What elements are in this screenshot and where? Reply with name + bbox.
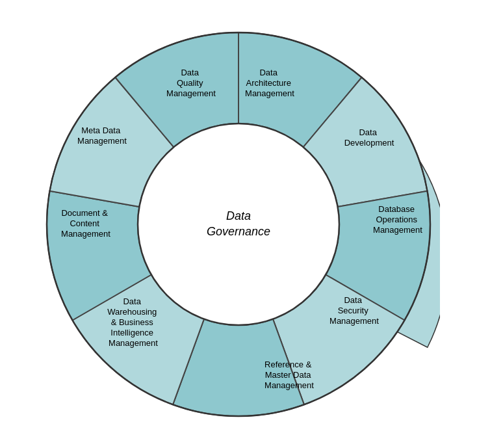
governance-wheel-diagram: .segment-text { font-family: Arial, sans… <box>37 23 440 426</box>
label-reference-master: Reference & Master Data Management <box>264 360 314 390</box>
center-label-line2: Governance <box>207 224 270 237</box>
center-label-line1: Data <box>226 209 251 222</box>
label-meta-data: Meta Data Management <box>77 125 127 146</box>
label-database-operations: Database Operations Management <box>373 204 422 235</box>
